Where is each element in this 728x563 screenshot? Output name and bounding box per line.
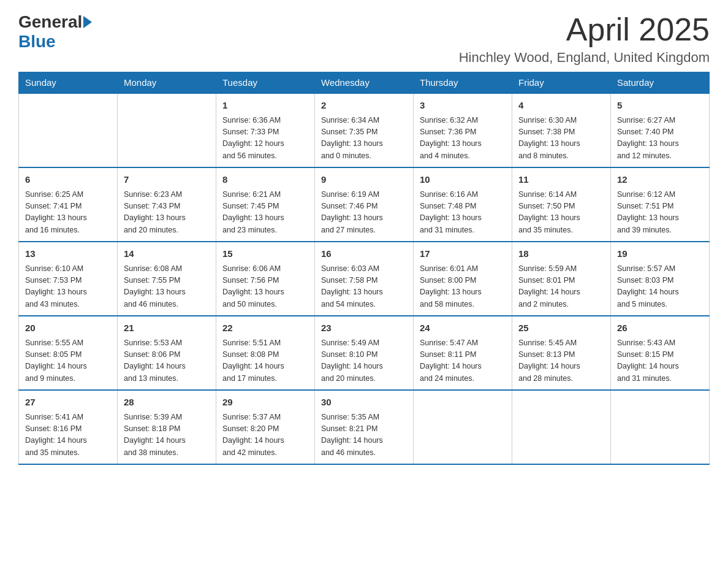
day-info: Sunrise: 5:47 AM Sunset: 8:11 PM Dayligh… bbox=[420, 337, 506, 385]
day-number: 19 bbox=[617, 247, 703, 261]
calendar-cell: 10Sunrise: 6:16 AM Sunset: 7:48 PM Dayli… bbox=[414, 167, 512, 242]
month-title: April 2025 bbox=[459, 12, 710, 47]
logo-blue-text: Blue bbox=[18, 32, 56, 52]
day-info: Sunrise: 5:45 AM Sunset: 8:13 PM Dayligh… bbox=[518, 337, 604, 385]
calendar-cell: 16Sunrise: 6:03 AM Sunset: 7:58 PM Dayli… bbox=[315, 242, 414, 316]
calendar-week-row: 6Sunrise: 6:25 AM Sunset: 7:41 PM Daylig… bbox=[19, 167, 710, 242]
day-number: 23 bbox=[321, 321, 407, 335]
calendar-cell bbox=[118, 93, 216, 167]
day-number: 26 bbox=[617, 321, 703, 335]
day-info: Sunrise: 6:34 AM Sunset: 7:35 PM Dayligh… bbox=[321, 115, 407, 163]
calendar-cell: 26Sunrise: 5:43 AM Sunset: 8:15 PM Dayli… bbox=[611, 316, 710, 390]
day-number: 12 bbox=[617, 173, 703, 187]
day-number: 18 bbox=[518, 247, 604, 261]
day-number: 29 bbox=[222, 396, 308, 410]
day-info: Sunrise: 6:23 AM Sunset: 7:43 PM Dayligh… bbox=[124, 189, 210, 237]
day-number: 27 bbox=[25, 396, 111, 410]
day-number: 5 bbox=[617, 99, 703, 113]
calendar-cell bbox=[414, 390, 512, 464]
calendar-week-row: 27Sunrise: 5:41 AM Sunset: 8:16 PM Dayli… bbox=[19, 390, 710, 464]
day-info: Sunrise: 6:36 AM Sunset: 7:33 PM Dayligh… bbox=[222, 115, 308, 163]
calendar-cell: 29Sunrise: 5:37 AM Sunset: 8:20 PM Dayli… bbox=[216, 390, 315, 464]
calendar-cell: 9Sunrise: 6:19 AM Sunset: 7:46 PM Daylig… bbox=[315, 167, 414, 242]
calendar-cell: 30Sunrise: 5:35 AM Sunset: 8:21 PM Dayli… bbox=[315, 390, 414, 464]
day-info: Sunrise: 6:19 AM Sunset: 7:46 PM Dayligh… bbox=[321, 189, 407, 237]
calendar-day-header: Saturday bbox=[611, 72, 710, 94]
calendar-cell: 25Sunrise: 5:45 AM Sunset: 8:13 PM Dayli… bbox=[512, 316, 611, 390]
calendar-day-header: Wednesday bbox=[315, 72, 414, 94]
calendar-day-header: Sunday bbox=[19, 72, 118, 94]
calendar-cell: 14Sunrise: 6:08 AM Sunset: 7:55 PM Dayli… bbox=[118, 242, 216, 316]
location-title: Hinchley Wood, England, United Kingdom bbox=[459, 50, 710, 66]
calendar-cell: 21Sunrise: 5:53 AM Sunset: 8:06 PM Dayli… bbox=[118, 316, 216, 390]
day-info: Sunrise: 5:39 AM Sunset: 8:18 PM Dayligh… bbox=[124, 412, 210, 459]
day-info: Sunrise: 5:49 AM Sunset: 8:10 PM Dayligh… bbox=[321, 337, 407, 385]
day-info: Sunrise: 5:59 AM Sunset: 8:01 PM Dayligh… bbox=[518, 263, 604, 311]
day-info: Sunrise: 6:32 AM Sunset: 7:36 PM Dayligh… bbox=[420, 115, 506, 163]
day-number: 14 bbox=[124, 247, 210, 261]
day-number: 1 bbox=[222, 99, 308, 113]
calendar-cell: 18Sunrise: 5:59 AM Sunset: 8:01 PM Dayli… bbox=[512, 242, 611, 316]
day-info: Sunrise: 5:35 AM Sunset: 8:21 PM Dayligh… bbox=[321, 412, 407, 459]
calendar-week-row: 13Sunrise: 6:10 AM Sunset: 7:53 PM Dayli… bbox=[19, 242, 710, 316]
day-info: Sunrise: 5:57 AM Sunset: 8:03 PM Dayligh… bbox=[617, 263, 703, 311]
calendar-cell bbox=[611, 390, 710, 464]
day-info: Sunrise: 5:41 AM Sunset: 8:16 PM Dayligh… bbox=[25, 412, 111, 459]
day-number: 25 bbox=[518, 321, 604, 335]
day-number: 11 bbox=[518, 173, 604, 187]
calendar-cell: 23Sunrise: 5:49 AM Sunset: 8:10 PM Dayli… bbox=[315, 316, 414, 390]
day-info: Sunrise: 6:27 AM Sunset: 7:40 PM Dayligh… bbox=[617, 115, 703, 163]
calendar-cell: 15Sunrise: 6:06 AM Sunset: 7:56 PM Dayli… bbox=[216, 242, 315, 316]
day-number: 4 bbox=[518, 99, 604, 113]
logo-arrow-icon bbox=[83, 16, 92, 28]
day-number: 9 bbox=[321, 173, 407, 187]
calendar-cell bbox=[512, 390, 611, 464]
calendar-cell: 24Sunrise: 5:47 AM Sunset: 8:11 PM Dayli… bbox=[414, 316, 512, 390]
title-area: April 2025 Hinchley Wood, England, Unite… bbox=[459, 12, 710, 66]
calendar-cell: 1Sunrise: 6:36 AM Sunset: 7:33 PM Daylig… bbox=[216, 93, 315, 167]
calendar-table: SundayMondayTuesdayWednesdayThursdayFrid… bbox=[18, 72, 710, 465]
day-number: 28 bbox=[124, 396, 210, 410]
calendar-cell: 12Sunrise: 6:12 AM Sunset: 7:51 PM Dayli… bbox=[611, 167, 710, 242]
calendar-day-header: Thursday bbox=[414, 72, 512, 94]
day-info: Sunrise: 6:01 AM Sunset: 8:00 PM Dayligh… bbox=[420, 263, 506, 311]
day-number: 7 bbox=[124, 173, 210, 187]
calendar-day-header: Friday bbox=[512, 72, 611, 94]
day-info: Sunrise: 5:55 AM Sunset: 8:05 PM Dayligh… bbox=[25, 337, 111, 385]
day-info: Sunrise: 6:14 AM Sunset: 7:50 PM Dayligh… bbox=[518, 189, 604, 237]
day-number: 20 bbox=[25, 321, 111, 335]
logo: General Blue bbox=[18, 12, 92, 52]
day-number: 8 bbox=[222, 173, 308, 187]
calendar-week-row: 1Sunrise: 6:36 AM Sunset: 7:33 PM Daylig… bbox=[19, 93, 710, 167]
calendar-cell: 7Sunrise: 6:23 AM Sunset: 7:43 PM Daylig… bbox=[118, 167, 216, 242]
day-number: 2 bbox=[321, 99, 407, 113]
day-number: 10 bbox=[420, 173, 506, 187]
day-info: Sunrise: 5:53 AM Sunset: 8:06 PM Dayligh… bbox=[124, 337, 210, 385]
calendar-body: 1Sunrise: 6:36 AM Sunset: 7:33 PM Daylig… bbox=[19, 93, 710, 464]
day-number: 22 bbox=[222, 321, 308, 335]
day-info: Sunrise: 6:10 AM Sunset: 7:53 PM Dayligh… bbox=[25, 263, 111, 311]
day-number: 30 bbox=[321, 396, 407, 410]
calendar-cell: 27Sunrise: 5:41 AM Sunset: 8:16 PM Dayli… bbox=[19, 390, 118, 464]
calendar-cell: 5Sunrise: 6:27 AM Sunset: 7:40 PM Daylig… bbox=[611, 93, 710, 167]
calendar-cell: 13Sunrise: 6:10 AM Sunset: 7:53 PM Dayli… bbox=[19, 242, 118, 316]
day-info: Sunrise: 6:06 AM Sunset: 7:56 PM Dayligh… bbox=[222, 263, 308, 311]
header: General Blue April 2025 Hinchley Wood, E… bbox=[18, 12, 710, 66]
calendar-cell: 3Sunrise: 6:32 AM Sunset: 7:36 PM Daylig… bbox=[414, 93, 512, 167]
day-info: Sunrise: 5:43 AM Sunset: 8:15 PM Dayligh… bbox=[617, 337, 703, 385]
calendar-cell: 4Sunrise: 6:30 AM Sunset: 7:38 PM Daylig… bbox=[512, 93, 611, 167]
calendar-cell: 28Sunrise: 5:39 AM Sunset: 8:18 PM Dayli… bbox=[118, 390, 216, 464]
day-info: Sunrise: 6:21 AM Sunset: 7:45 PM Dayligh… bbox=[222, 189, 308, 237]
calendar-week-row: 20Sunrise: 5:55 AM Sunset: 8:05 PM Dayli… bbox=[19, 316, 710, 390]
day-number: 16 bbox=[321, 247, 407, 261]
day-number: 3 bbox=[420, 99, 506, 113]
calendar-cell: 22Sunrise: 5:51 AM Sunset: 8:08 PM Dayli… bbox=[216, 316, 315, 390]
calendar-cell bbox=[19, 93, 118, 167]
day-info: Sunrise: 6:12 AM Sunset: 7:51 PM Dayligh… bbox=[617, 189, 703, 237]
day-number: 13 bbox=[25, 247, 111, 261]
calendar-cell: 17Sunrise: 6:01 AM Sunset: 8:00 PM Dayli… bbox=[414, 242, 512, 316]
day-info: Sunrise: 6:03 AM Sunset: 7:58 PM Dayligh… bbox=[321, 263, 407, 311]
day-number: 15 bbox=[222, 247, 308, 261]
day-info: Sunrise: 6:30 AM Sunset: 7:38 PM Dayligh… bbox=[518, 115, 604, 163]
calendar-day-header: Monday bbox=[118, 72, 216, 94]
